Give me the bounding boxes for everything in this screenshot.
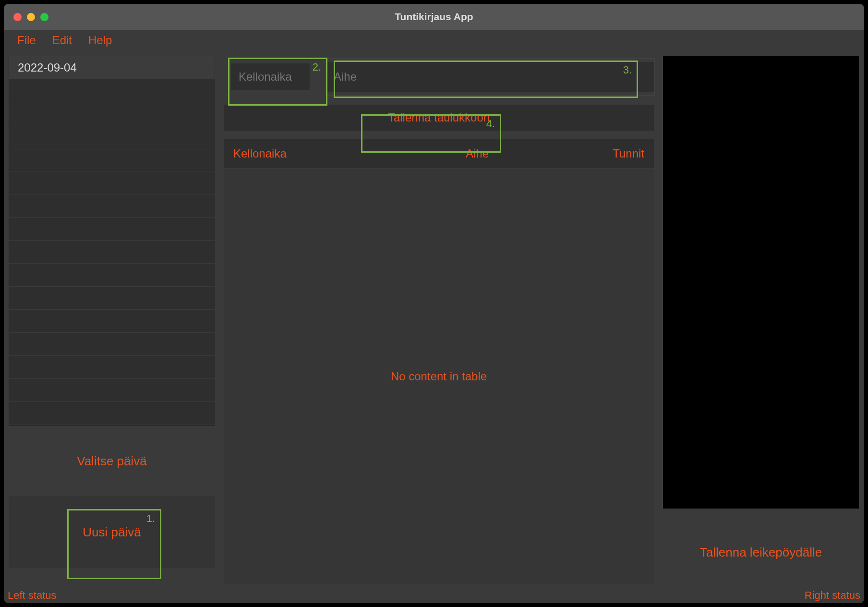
- entries-table: Kellonaika Aihe Tunnit No content in tab…: [224, 139, 654, 584]
- day-row[interactable]: [9, 125, 215, 148]
- app-window: Tuntikirjaus App File Edit Help 2022-09-…: [4, 4, 864, 603]
- new-day-button[interactable]: Uusi päivä: [9, 497, 215, 568]
- window-controls: [4, 13, 48, 21]
- th-subject[interactable]: Aihe: [377, 147, 577, 160]
- save-to-clipboard-button[interactable]: Tallenna leikepöydälle: [663, 517, 859, 588]
- menu-edit[interactable]: Edit: [52, 34, 72, 47]
- menu-file[interactable]: File: [17, 34, 36, 47]
- menubar: File Edit Help: [4, 30, 864, 51]
- input-row: [223, 58, 655, 96]
- day-row[interactable]: [9, 356, 215, 379]
- day-row[interactable]: [9, 194, 215, 218]
- close-window-button[interactable]: [13, 13, 22, 21]
- day-row[interactable]: [9, 241, 215, 264]
- day-row[interactable]: [9, 379, 215, 402]
- table-header: Kellonaika Aihe Tunnit: [224, 139, 654, 169]
- new-day-label: Uusi päivä: [83, 525, 141, 540]
- subject-input[interactable]: [326, 62, 654, 92]
- save-to-table-button[interactable]: Tallenna taulukkoon: [224, 105, 654, 131]
- titlebar: Tuntikirjaus App: [4, 4, 864, 30]
- preview-area[interactable]: [663, 56, 859, 509]
- sidebar: 2022-09-04 Valitse päivä: [9, 56, 215, 588]
- status-left: Left status: [8, 589, 57, 602]
- right-panel: Tallenna leikepöydälle: [663, 56, 859, 588]
- save-to-table-label: Tallenna taulukkoon: [388, 111, 490, 124]
- day-row[interactable]: [9, 79, 215, 102]
- select-day-button[interactable]: Valitse päivä: [9, 425, 215, 497]
- day-row[interactable]: [9, 218, 215, 241]
- time-input-wrap: [223, 58, 318, 96]
- day-row[interactable]: [9, 402, 215, 425]
- day-row[interactable]: [9, 148, 215, 171]
- table-empty-message: No content in table: [391, 370, 487, 383]
- day-row[interactable]: [9, 102, 215, 125]
- select-day-label: Valitse päivä: [77, 454, 147, 469]
- day-row[interactable]: [9, 264, 215, 287]
- minimize-window-button[interactable]: [27, 13, 35, 21]
- content: 2022-09-04 Valitse päivä: [4, 51, 864, 588]
- fullscreen-window-button[interactable]: [40, 13, 48, 21]
- th-hours[interactable]: Tunnit: [577, 147, 654, 160]
- clipboard-label: Tallenna leikepöydälle: [700, 545, 822, 560]
- day-row[interactable]: 2022-09-04: [9, 56, 215, 79]
- window-title: Tuntikirjaus App: [395, 11, 473, 23]
- menu-help[interactable]: Help: [88, 34, 112, 47]
- th-time[interactable]: Kellonaika: [224, 147, 377, 160]
- day-row[interactable]: [9, 310, 215, 333]
- time-input[interactable]: [231, 63, 310, 90]
- statusbar: Left status Right status: [4, 588, 864, 603]
- day-list[interactable]: 2022-09-04: [9, 56, 215, 425]
- subject-input-wrap: [326, 58, 655, 96]
- center-panel: Tallenna taulukkoon Kellonaika Aihe Tunn…: [223, 56, 655, 588]
- status-right: Right status: [805, 589, 860, 602]
- table-body: No content in table: [224, 169, 654, 584]
- day-row[interactable]: [9, 287, 215, 310]
- day-row[interactable]: [9, 333, 215, 356]
- day-row[interactable]: [9, 171, 215, 194]
